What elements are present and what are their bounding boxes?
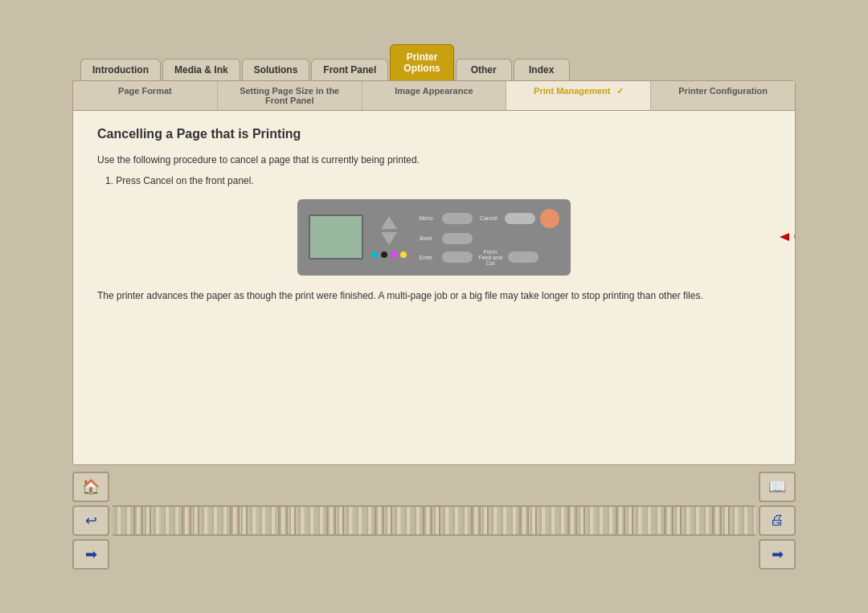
app-container: Introduction Media & Ink Solutions Front…	[72, 44, 796, 570]
arrow-icon	[780, 233, 789, 241]
spiral-decoration	[113, 505, 755, 536]
home-button[interactable]: 🏠	[72, 472, 109, 502]
dot-yellow	[400, 251, 407, 258]
arrow-down-icon	[381, 232, 397, 245]
cancel-circle-button	[540, 209, 559, 228]
main-tabs: Introduction Media & Ink Solutions Front…	[72, 44, 796, 80]
panel-arrows	[371, 216, 407, 258]
front-panel-image: Menu Cancel Back Enter	[297, 199, 571, 276]
main-content-box: Page Format Setting Page Size in the Fro…	[72, 80, 796, 465]
sub-tab-page-format[interactable]: Page Format	[73, 81, 218, 110]
sub-tab-print-management[interactable]: Print Management ✓	[506, 81, 651, 110]
tab-other[interactable]: Other	[456, 59, 512, 80]
content-area: Cancelling a Page that is Printing Use t…	[73, 111, 795, 464]
tab-index[interactable]: Index	[514, 59, 570, 80]
tab-media-ink[interactable]: Media & Ink	[162, 59, 240, 80]
cancel-button-oval	[505, 213, 535, 224]
enter-button	[442, 251, 473, 263]
enter-btn-row: Enter Form Feed and Cut	[415, 249, 559, 266]
dot-cyan	[371, 251, 378, 258]
book-button[interactable]: 📖	[759, 472, 796, 502]
back-button	[442, 233, 473, 244]
bottom-nav: 🏠 ↩ ➡ 📖 🖨 ➡	[72, 472, 796, 570]
cancel-label: Cancel	[477, 215, 500, 221]
sub-tab-image-appearance[interactable]: Image Appearance	[362, 81, 507, 110]
panel-buttons: Menu Cancel Back Enter	[415, 209, 559, 266]
menu-btn-row: Menu Cancel	[415, 209, 559, 228]
arrow-up-icon	[381, 216, 397, 229]
ink-dots	[371, 251, 407, 258]
dot-magenta	[391, 251, 397, 258]
menu-label: Menu	[415, 215, 437, 221]
panel-screen	[309, 215, 363, 260]
step-1: 1. Press Cancel on the front panel.	[105, 175, 771, 186]
print-button[interactable]: 🖨	[759, 505, 796, 536]
enter-label: Enter	[415, 255, 437, 260]
left-nav-buttons: 🏠 ↩ ➡	[72, 472, 109, 570]
printer-illustration: Menu Cancel Back Enter	[97, 199, 771, 276]
forward-button[interactable]: ➡	[72, 539, 109, 570]
back-label: Back	[415, 235, 437, 241]
form-feed-label: Form Feed and Cut	[477, 249, 503, 266]
sub-tab-setting-page-size[interactable]: Setting Page Size in the Front Panel	[218, 81, 362, 110]
tab-front-panel[interactable]: Front Panel	[311, 59, 388, 80]
sub-tabs: Page Format Setting Page Size in the Fro…	[73, 81, 795, 111]
next-button[interactable]: ➡	[759, 539, 796, 570]
menu-button	[442, 213, 473, 224]
intro-text: Use the following procedure to cancel a …	[97, 153, 771, 167]
back-button[interactable]: ↩	[72, 505, 109, 536]
dot-black	[381, 251, 387, 258]
page-title: Cancelling a Page that is Printing	[97, 127, 771, 141]
tab-printer-options[interactable]: Printer Options	[390, 44, 453, 80]
tab-solutions[interactable]: Solutions	[242, 59, 310, 80]
body-text: The printer advances the paper as though…	[97, 288, 771, 303]
cancel-key-annotation: Cancel Key	[780, 231, 796, 243]
back-btn-row: Back	[415, 233, 559, 244]
right-nav-buttons: 📖 🖨 ➡	[759, 472, 796, 570]
sub-tab-printer-configuration[interactable]: Printer Configuration	[651, 81, 795, 110]
form-feed-button	[508, 251, 538, 263]
tab-introduction[interactable]: Introduction	[80, 59, 161, 80]
